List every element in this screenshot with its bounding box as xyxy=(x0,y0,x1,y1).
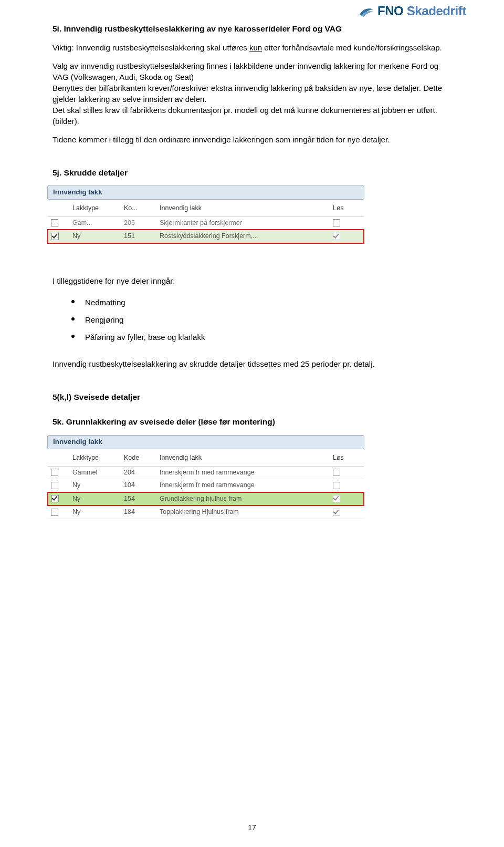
cell-desc: Topplakkering Hjulhus fram xyxy=(156,505,330,519)
heading-5i: 5i. Innvendig rustbeskyttelseslakkering … xyxy=(52,23,452,35)
table-row: Ny104Innerskjerm fr med rammevange xyxy=(48,479,364,492)
cell-kode: 151 xyxy=(121,230,156,243)
los-checkbox[interactable] xyxy=(333,482,340,489)
list-item: Nedmatting xyxy=(71,294,452,311)
cell-desc: Innerskjerm fr med rammevange xyxy=(156,466,330,479)
row-checkbox[interactable] xyxy=(51,219,58,226)
list-item: Rengjøring xyxy=(71,311,452,328)
cell-lakktype: Ny xyxy=(69,230,121,243)
los-checkbox[interactable] xyxy=(333,219,340,226)
para-5i-2: Valg av innvendig rustbeskyttelseslakker… xyxy=(52,60,452,127)
cell-lakktype: Ny xyxy=(69,505,121,519)
para-5i-1: Viktig: Innvendig rustsbeskyttelseslakke… xyxy=(52,42,452,53)
brand-text: FNO Skadedrift xyxy=(377,2,466,20)
heading-5kl: 5(k,l) Sveisede detaljer xyxy=(52,391,452,403)
table-row: Ny184Topplakkering Hjulhus fram xyxy=(48,505,364,519)
heading-5k: 5k. Grunnlakkering av sveisede deler (lø… xyxy=(52,416,452,428)
table-5k-caption: Innvendig lakk xyxy=(47,435,364,449)
bullet-list-5j: Nedmatting Rengjøring Påføring av fyller… xyxy=(71,294,452,346)
cell-kode: 104 xyxy=(121,479,156,492)
para-5i-3: Tidene kommer i tillegg til den ordinære… xyxy=(52,134,452,145)
para-5j-listintro: I tilleggstidene for nye deler inngår: xyxy=(52,275,452,286)
cell-kode: 154 xyxy=(121,492,156,506)
list-item: Påføring av fyller, base og klarlakk xyxy=(71,328,452,346)
table-5j: Innvendig lakk Lakktype Ko... Innvendig … xyxy=(47,185,364,243)
los-checkbox[interactable] xyxy=(333,509,340,516)
swoosh-icon xyxy=(359,4,374,18)
heading-5j: 5j. Skrudde detaljer xyxy=(52,167,452,179)
table-row: Ny151Rostskyddslakkering Forskjerm,... xyxy=(48,230,364,243)
cell-desc: Innerskjerm fr med rammevange xyxy=(156,479,330,492)
los-checkbox[interactable] xyxy=(333,469,340,476)
cell-lakktype: Ny xyxy=(69,479,121,492)
cell-lakktype: Ny xyxy=(69,492,121,506)
table-5j-header-row: Lakktype Ko... Innvendig lakk Løs xyxy=(48,200,364,216)
para-5j-after: Innvendig rustbeskyttelseslakkering av s… xyxy=(52,358,452,369)
cell-kode: 204 xyxy=(121,466,156,479)
los-checkbox[interactable] xyxy=(333,495,340,502)
row-checkbox[interactable] xyxy=(51,469,58,476)
cell-kode: 205 xyxy=(121,216,156,230)
table-row: Gam...205Skjermkanter på forskjermer xyxy=(48,216,364,230)
cell-lakktype: Gammel xyxy=(69,466,121,479)
table-5k-header-row: Lakktype Kode Innvendig lakk Løs xyxy=(48,449,364,466)
brand-logo: FNO Skadedrift xyxy=(359,2,466,20)
cell-desc: Skjermkanter på forskjermer xyxy=(156,216,330,230)
page-number: 17 xyxy=(0,823,504,833)
table-row: Ny154Grundlakkering hjulhus fram xyxy=(48,492,364,506)
los-checkbox[interactable] xyxy=(333,233,340,240)
row-checkbox[interactable] xyxy=(51,509,58,516)
cell-desc: Rostskyddslakkering Forskjerm,... xyxy=(156,230,330,243)
cell-kode: 184 xyxy=(121,505,156,519)
table-5j-caption: Innvendig lakk xyxy=(47,185,364,200)
table-row: Gammel204Innerskjerm fr med rammevange xyxy=(48,466,364,479)
row-checkbox[interactable] xyxy=(51,233,59,240)
cell-desc: Grundlakkering hjulhus fram xyxy=(156,492,330,506)
row-checkbox[interactable] xyxy=(51,482,58,489)
row-checkbox[interactable] xyxy=(51,495,59,502)
cell-lakktype: Gam... xyxy=(69,216,121,230)
table-5k: Innvendig lakk Lakktype Kode Innvendig l… xyxy=(47,435,364,519)
